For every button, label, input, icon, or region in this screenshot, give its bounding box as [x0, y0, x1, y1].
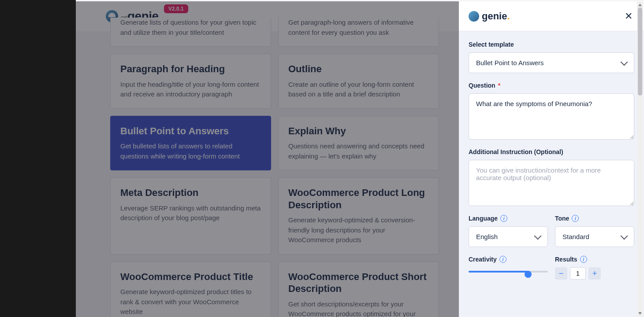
template-label: Select template	[469, 41, 634, 48]
language-select[interactable]: English	[469, 226, 548, 247]
increment-button[interactable]: +	[588, 267, 601, 280]
info-icon[interactable]: i	[580, 256, 587, 263]
chevron-down-icon	[621, 58, 628, 66]
scrollbar[interactable]	[637, 1, 643, 317]
info-icon[interactable]: i	[572, 215, 579, 222]
results-input[interactable]	[570, 267, 586, 280]
scroll-up-icon[interactable]	[638, 3, 642, 6]
scroll-down-icon[interactable]	[638, 312, 642, 316]
scrollbar-thumb[interactable]	[638, 7, 642, 96]
language-label: Language i	[469, 215, 548, 222]
panel-body: Select template Bullet Point to Answers …	[459, 31, 644, 317]
creativity-label: Creativity i	[469, 256, 548, 263]
template-select[interactable]: Bullet Point to Answers	[469, 52, 634, 73]
template-config-panel: genie. ✕ Select template Bullet Point to…	[459, 1, 644, 317]
panel-brand-logo: genie.	[469, 11, 510, 22]
tone-select[interactable]: Standard	[555, 226, 634, 247]
template-select-value: Bullet Point to Answers	[476, 59, 543, 66]
creativity-slider[interactable]	[469, 267, 548, 276]
logo-icon	[469, 11, 479, 22]
brand-name: genie.	[482, 11, 510, 22]
chevron-down-icon	[621, 232, 628, 240]
results-label: Results i	[555, 256, 634, 263]
tone-select-value: Standard	[562, 233, 589, 240]
chevron-down-icon	[534, 232, 542, 240]
decrement-button[interactable]: −	[555, 267, 567, 280]
close-icon[interactable]: ✕	[623, 9, 634, 24]
question-label: Question*	[469, 82, 634, 89]
additional-instruction-input[interactable]	[469, 160, 634, 206]
info-icon[interactable]: i	[500, 215, 507, 222]
slider-thumb[interactable]	[525, 271, 532, 278]
language-select-value: English	[476, 233, 498, 240]
additional-instruction-label: Additional Instruction (Optional)	[469, 148, 634, 155]
panel-header: genie. ✕	[459, 1, 644, 31]
info-icon[interactable]: i	[499, 256, 506, 263]
results-stepper: − +	[555, 267, 634, 280]
tone-label: Tone i	[555, 215, 634, 222]
question-input[interactable]	[469, 93, 634, 140]
